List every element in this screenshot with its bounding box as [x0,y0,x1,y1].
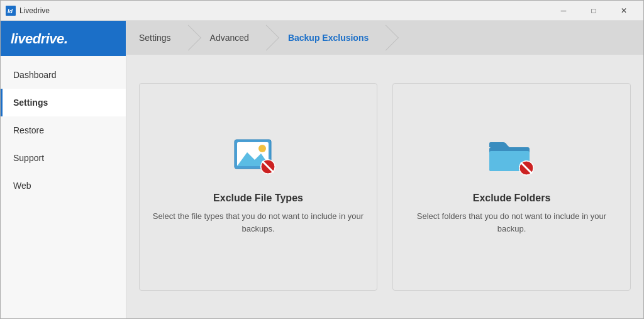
app-body: livedrive. Dashboard Settings Restore Su… [1,21,643,318]
file-types-title: Exclude File Types [213,193,303,204]
folders-title: Exclude Folders [473,193,551,204]
exclude-folders-card[interactable]: Exclude Folders Select folders that you … [392,83,631,291]
sidebar: livedrive. Dashboard Settings Restore Su… [1,21,126,318]
ban-icon [260,159,276,175]
close-button[interactable]: ✕ [609,1,638,21]
sidebar-item-support[interactable]: Support [1,144,126,172]
titlebar-controls: ─ □ ✕ [549,1,638,21]
sidebar-item-web[interactable]: Web [1,172,126,199]
content-area: Settings Advanced Backup Exclusions [126,21,643,318]
svg-text:ld: ld [8,8,13,14]
breadcrumb-nav: Settings Advanced Backup Exclusions [126,21,643,55]
minimize-button[interactable]: ─ [549,1,578,21]
breadcrumb-backup-exclusions[interactable]: Backup Exclusions [267,21,386,55]
folders-desc: Select folders that you do not want to i… [406,210,618,235]
app-icon: ld [6,6,16,16]
folders-icon [487,138,537,182]
svg-point-5 [258,145,266,152]
cards-container: Exclude File Types Select the file types… [126,55,643,318]
sidebar-item-restore[interactable]: Restore [1,116,126,144]
app-title: Livedrive [19,6,50,15]
sidebar-logo: livedrive. [1,21,126,56]
file-types-desc: Select the file types that you do not wa… [152,210,364,235]
titlebar: ld Livedrive ─ □ ✕ [1,1,643,21]
maximize-button[interactable]: □ [579,1,608,21]
exclude-file-types-card[interactable]: Exclude File Types Select the file types… [139,83,377,291]
breadcrumb-settings[interactable]: Settings [126,21,189,55]
sidebar-item-settings[interactable]: Settings [1,89,126,116]
titlebar-left: ld Livedrive [6,6,50,16]
logo-text: livedrive. [11,30,68,47]
sidebar-nav: Dashboard Settings Restore Support Web [1,56,126,199]
ban-icon-folder [518,160,535,176]
file-types-icon [233,138,284,182]
sidebar-item-dashboard[interactable]: Dashboard [1,61,126,89]
